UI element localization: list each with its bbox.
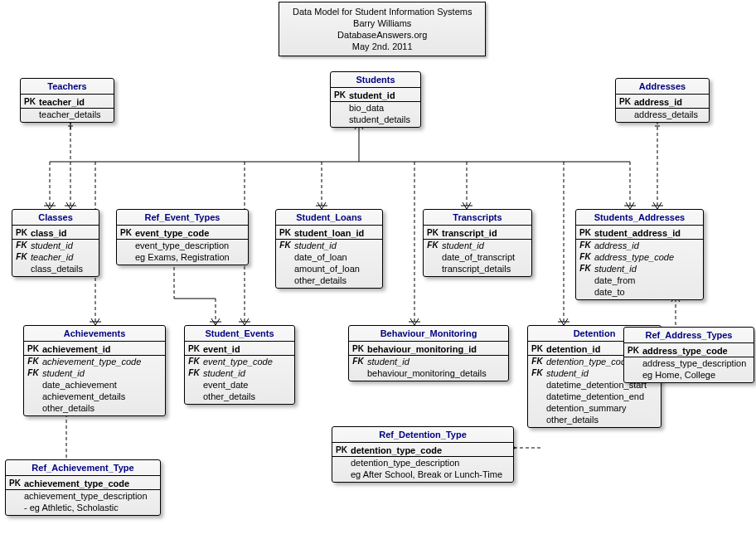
- attr: detention_type_description: [351, 457, 466, 469]
- attr: address_type_description: [642, 357, 753, 369]
- pk: event_id: [203, 343, 247, 355]
- entity-title: Students_Addresses: [576, 210, 703, 226]
- pk: class_id: [31, 227, 73, 239]
- pk: teacher_id: [39, 96, 91, 108]
- entity-title: Achievements: [24, 326, 165, 342]
- pk: event_type_code: [135, 227, 216, 239]
- entity-title: Transcripts: [424, 210, 531, 226]
- title-line: May 2nd. 2011: [293, 41, 472, 52]
- attr: eg After School, Break or Lunch-Time: [351, 469, 509, 480]
- attr: date_of_transcript: [442, 251, 521, 263]
- attr: amount_of_loan: [294, 263, 366, 274]
- fk: student_id: [294, 240, 343, 251]
- fk: student_id: [594, 263, 643, 274]
- entity-ref-detention-type: Ref_Detention_Type PKdetention_type_code…: [332, 426, 514, 483]
- fk: student_id: [442, 240, 491, 251]
- fk: student_id: [367, 356, 416, 367]
- entity-student-loans: Student_Loans PKstudent_loan_id FKstuden…: [275, 209, 383, 289]
- pk: achievement_id: [42, 343, 118, 355]
- title-line: Data Model for Student Information Syste…: [293, 6, 472, 17]
- entity-ref-achievement-type: Ref_Achievement_Type PKachievement_type_…: [5, 459, 161, 516]
- attr: other_details: [294, 274, 353, 286]
- pk: transcript_id: [442, 227, 504, 239]
- attr: detention_summary: [546, 402, 633, 414]
- attr: other_details: [203, 391, 262, 402]
- pk: detention_type_code: [351, 444, 448, 456]
- entity-addresses: Addresses PKaddress_id address_details: [615, 78, 710, 123]
- attr: transcript_details: [442, 263, 517, 274]
- entity-title: Classes: [12, 210, 99, 226]
- entity-title: Students: [331, 72, 420, 88]
- attr: student_details: [349, 114, 417, 125]
- pk: achievement_type_code: [24, 478, 136, 489]
- attr: achievement_details: [42, 391, 132, 402]
- entity-ref-address-types: Ref_Address_Types PKaddress_type_code ad…: [623, 327, 754, 383]
- pk: student_id: [349, 90, 402, 101]
- entity-classes: Classes PKclass_id FKstudent_id FKteache…: [12, 209, 99, 277]
- entity-students: Students PKstudent_id bio_data student_d…: [330, 71, 421, 128]
- pk: student_address_id: [594, 227, 687, 239]
- title-line: Barry Williams: [293, 17, 472, 29]
- attr: other_details: [546, 414, 605, 425]
- entity-title: Student_Events: [185, 326, 294, 342]
- entity-behaviour-monitoring: Behaviour_Monitoring PKbehaviour_monitor…: [348, 325, 509, 381]
- entity-ref-event-types: Ref_Event_Types PKevent_type_code event_…: [116, 209, 249, 265]
- attr: - eg Athletic, Scholastic: [24, 502, 125, 513]
- fk: student_id: [31, 240, 80, 251]
- entity-achievements: Achievements PKachievement_id FKachievem…: [23, 325, 166, 416]
- entity-title: Ref_Event_Types: [117, 210, 248, 226]
- attr: date_from: [594, 274, 642, 286]
- attr: datetime_detention_end: [546, 391, 651, 402]
- attr: event_date: [203, 379, 254, 391]
- fk: event_type_code: [203, 356, 279, 367]
- entity-title: Teachers: [21, 79, 114, 95]
- fk: student_id: [42, 367, 91, 379]
- fk: achievement_type_code: [42, 356, 148, 367]
- title-line: DatabaseAnswers.org: [293, 29, 472, 41]
- attr: address_details: [634, 109, 705, 120]
- pk: address_id: [634, 96, 689, 108]
- attr: class_details: [31, 263, 90, 274]
- fk: address_type_code: [594, 251, 681, 263]
- entity-title: Ref_Achievement_Type: [6, 460, 160, 476]
- attr: behaviour_monitoring_details: [367, 367, 493, 379]
- attr: event_type_description: [135, 240, 235, 251]
- pk: behaviour_monitoring_id: [367, 343, 483, 355]
- entity-students-addresses: Students_Addresses PKstudent_address_id …: [575, 209, 704, 300]
- attr: eg Home, College: [642, 369, 722, 381]
- fk: student_id: [203, 367, 252, 379]
- fk: student_id: [546, 367, 595, 379]
- entity-transcripts: Transcripts PKtranscript_id FKstudent_id…: [423, 209, 532, 277]
- entity-title: Addresses: [616, 79, 709, 95]
- attr: date_of_loan: [294, 251, 354, 263]
- attr: bio_data: [349, 102, 390, 114]
- attr: other_details: [42, 402, 101, 414]
- fk: teacher_id: [31, 251, 80, 263]
- fk: address_id: [594, 240, 646, 251]
- pk: student_loan_id: [294, 227, 371, 239]
- entity-student-events: Student_Events PKevent_id FKevent_type_c…: [184, 325, 295, 405]
- diagram-title: Data Model for Student Information Syste…: [279, 2, 486, 56]
- attr: date_achievement: [42, 379, 124, 391]
- entity-title: Ref_Detention_Type: [332, 427, 513, 443]
- pk: detention_id: [546, 343, 607, 355]
- entity-teachers: Teachers PKteacher_id teacher_details: [20, 78, 114, 123]
- attr: eg Exams, Registration: [135, 251, 236, 263]
- pk: address_type_code: [642, 345, 734, 357]
- attr: date_to: [594, 286, 632, 298]
- attr: achievement_type_description: [24, 490, 154, 502]
- entity-title: Student_Loans: [276, 210, 382, 226]
- attr: teacher_details: [39, 109, 108, 120]
- entity-title: Behaviour_Monitoring: [349, 326, 508, 342]
- entity-title: Ref_Address_Types: [624, 328, 754, 343]
